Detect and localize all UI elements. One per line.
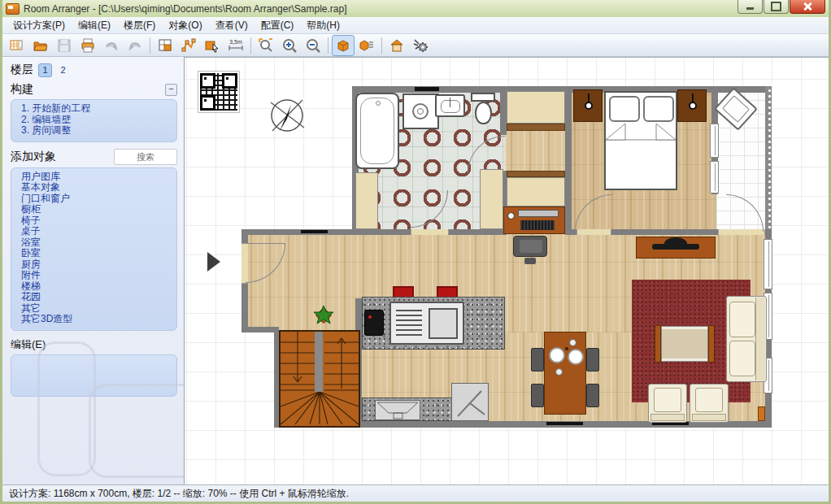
nightstand[interactable] bbox=[677, 89, 707, 122]
menu-edit[interactable]: 编辑(E) bbox=[72, 18, 116, 33]
office-chair[interactable] bbox=[513, 236, 547, 257]
objects-list-3d-button[interactable] bbox=[355, 35, 378, 56]
radiator[interactable] bbox=[758, 406, 765, 421]
minimize-button[interactable] bbox=[737, 0, 763, 14]
compass-icon[interactable] bbox=[266, 94, 308, 137]
status-text: 设计方案: 1168cm x 700cm, 楼层: 1/2 -- 缩放: 70%… bbox=[9, 487, 349, 501]
window[interactable] bbox=[710, 124, 719, 158]
measure-button[interactable]: 3,5m bbox=[224, 35, 247, 56]
window-marker[interactable] bbox=[546, 422, 583, 425]
category-doors-windows[interactable]: 门口和窗户 bbox=[21, 193, 172, 205]
menu-help[interactable]: 帮助(H) bbox=[301, 18, 346, 33]
maximize-button[interactable] bbox=[764, 0, 789, 14]
toolbar-separator bbox=[381, 37, 382, 54]
island-sink bbox=[429, 308, 458, 339]
dining-chair[interactable] bbox=[586, 384, 599, 407]
coffee-table[interactable] bbox=[661, 326, 708, 362]
cooktop-sink-unit[interactable] bbox=[389, 302, 464, 345]
floor-button-2[interactable]: 2 bbox=[57, 64, 69, 76]
desk-lamp bbox=[507, 212, 515, 219]
menu-view[interactable]: 查看(V) bbox=[210, 18, 254, 33]
new-project-button[interactable] bbox=[6, 35, 28, 56]
menu-object[interactable]: 对象(O) bbox=[163, 18, 207, 33]
box-list-icon bbox=[359, 37, 375, 54]
zoom-out-button[interactable] bbox=[302, 35, 324, 56]
window[interactable] bbox=[764, 239, 772, 289]
redo-button[interactable] bbox=[124, 35, 146, 56]
house-3d-button[interactable] bbox=[385, 35, 408, 56]
potted-plant[interactable] bbox=[313, 305, 334, 326]
window-marker[interactable] bbox=[301, 230, 328, 233]
armchair[interactable] bbox=[690, 384, 729, 423]
wizard-settings-button[interactable] bbox=[409, 35, 432, 56]
category-tables[interactable]: 桌子 bbox=[21, 226, 172, 237]
menu-floor[interactable]: 楼层(F) bbox=[118, 18, 161, 33]
bathtub[interactable] bbox=[355, 93, 399, 169]
add-object-button[interactable] bbox=[201, 35, 224, 56]
wardrobe[interactable] bbox=[507, 177, 565, 206]
menu-config[interactable]: 配置(C) bbox=[255, 18, 300, 33]
undo-button[interactable] bbox=[100, 35, 123, 56]
collapse-build-button[interactable]: − bbox=[165, 84, 177, 96]
new-room-button[interactable] bbox=[154, 35, 176, 56]
dining-chair[interactable] bbox=[531, 384, 544, 407]
stove[interactable] bbox=[375, 400, 420, 420]
category-kitchen[interactable]: 厨房 bbox=[21, 259, 172, 271]
zoom-fit-button[interactable] bbox=[255, 35, 277, 56]
floor-button-1[interactable]: 1 bbox=[38, 63, 52, 77]
print-button[interactable] bbox=[76, 35, 99, 56]
view-3d-button[interactable] bbox=[332, 35, 355, 56]
category-other-3d[interactable]: 其它3D造型 bbox=[21, 314, 172, 325]
window[interactable] bbox=[710, 161, 719, 193]
wardrobe[interactable] bbox=[507, 91, 565, 124]
build-step-new-project[interactable]: 1. 开始新的工程 bbox=[21, 103, 172, 115]
category-bathroom[interactable]: 浴室 bbox=[21, 237, 172, 249]
category-chairs[interactable]: 椅子 bbox=[21, 215, 172, 227]
dining-chair[interactable] bbox=[531, 348, 544, 371]
sink[interactable] bbox=[435, 94, 465, 117]
build-step-edit-walls[interactable]: 2. 编辑墙壁 bbox=[21, 115, 172, 126]
cooktop-grill bbox=[396, 310, 422, 336]
edit-points-button[interactable] bbox=[177, 35, 200, 56]
toilet-tank[interactable] bbox=[471, 93, 495, 102]
open-button[interactable] bbox=[29, 35, 52, 56]
lamp-stem bbox=[588, 93, 590, 103]
bathroom-cabinet[interactable] bbox=[355, 172, 378, 229]
bathroom-cabinet[interactable] bbox=[480, 169, 503, 229]
nightstand[interactable] bbox=[573, 89, 603, 122]
window-marker[interactable] bbox=[415, 87, 439, 91]
build-step-adjust-rooms[interactable]: 3. 房间调整 bbox=[21, 125, 172, 137]
category-garden[interactable]: 花园 bbox=[21, 292, 172, 303]
washing-machine[interactable] bbox=[402, 93, 439, 129]
refrigerator[interactable] bbox=[451, 383, 489, 421]
menu-design[interactable]: 设计方案(P) bbox=[7, 18, 71, 33]
zoom-in-button[interactable] bbox=[278, 35, 301, 56]
category-other[interactable]: 其它 bbox=[21, 303, 172, 315]
sofa[interactable] bbox=[726, 296, 767, 382]
category-accessories[interactable]: 附件 bbox=[21, 270, 172, 281]
dining-table[interactable] bbox=[544, 332, 586, 415]
toilet-bowl[interactable] bbox=[475, 102, 492, 124]
category-user-library[interactable]: 用户图库 bbox=[21, 172, 172, 183]
close-button[interactable] bbox=[790, 0, 825, 14]
sofa-cushion bbox=[729, 341, 755, 376]
category-stairs[interactable]: 楼梯 bbox=[21, 281, 172, 293]
double-bed[interactable] bbox=[604, 91, 677, 190]
dining-chair[interactable] bbox=[586, 348, 599, 371]
staircase[interactable] bbox=[279, 330, 360, 428]
save-button[interactable] bbox=[53, 35, 76, 56]
new-project-icon bbox=[9, 37, 25, 54]
menu-bar: 设计方案(P) 编辑(E) 楼层(F) 对象(O) 查看(V) 配置(C) 帮助… bbox=[2, 17, 829, 34]
wall bbox=[352, 229, 411, 235]
category-basic-objects[interactable]: 基本对象 bbox=[21, 182, 172, 193]
desk[interactable] bbox=[503, 206, 565, 234]
title-bar[interactable]: Room Arranger - [C:\Users\qiming\Documen… bbox=[2, 0, 829, 17]
wall bbox=[449, 229, 505, 235]
floor-plan-canvas[interactable] bbox=[185, 57, 829, 484]
armchair[interactable] bbox=[648, 384, 687, 423]
category-bedroom[interactable]: 卧室 bbox=[21, 248, 172, 259]
room-plan-icon bbox=[157, 37, 173, 54]
search-input[interactable] bbox=[114, 149, 177, 165]
espresso-machine[interactable] bbox=[364, 310, 384, 336]
category-cabinets[interactable]: 橱柜 bbox=[21, 204, 172, 215]
